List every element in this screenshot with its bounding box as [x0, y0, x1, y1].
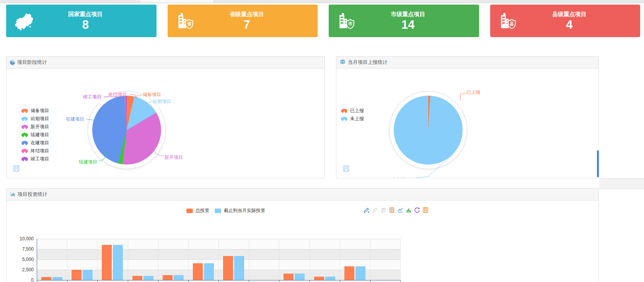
bar-chart-icon: [10, 191, 15, 198]
save-as-image-icon[interactable]: [343, 165, 349, 173]
bar-截止到当月实际投资[interactable]: [113, 245, 123, 280]
report-pie-chart[interactable]: [394, 96, 463, 165]
legend-label: 在建项目: [31, 140, 49, 146]
vertical-gridline: [400, 239, 401, 280]
horizontal-gridline: [37, 239, 400, 239]
chart-toolbox: [363, 207, 429, 214]
bar-截止到当月实际投资[interactable]: [83, 270, 93, 280]
bar-总投资[interactable]: [314, 277, 324, 280]
panel-title: 项目阶段统计: [17, 59, 47, 66]
save-image-icon[interactable]: [422, 207, 429, 214]
stage-pie-chart[interactable]: [92, 96, 161, 165]
legend-label: 储备项目: [31, 108, 49, 114]
stat-card[interactable]: 省 省级重点项目 7: [168, 5, 318, 37]
mark-icon[interactable]: [363, 207, 370, 214]
axis-tick: [67, 280, 67, 282]
svg-text:县: 县: [509, 21, 514, 26]
legend-item[interactable]: 竣工项目: [21, 155, 49, 163]
globe-icon: [340, 59, 346, 66]
cutoff-panel-header: [599, 178, 644, 189]
investment-bar-chart: 总投资截止到当月实际投资 10,0007,5005,0002,5000上街区二七…: [7, 200, 598, 282]
panel-header: 当月项目上报统计: [336, 57, 598, 68]
axis-tick: [128, 280, 128, 282]
axis-tick: [400, 280, 401, 282]
legend-swatch: [21, 141, 28, 145]
legend-item[interactable]: 续建项目: [21, 131, 49, 139]
legend-swatch: [341, 109, 347, 113]
bar-总投资[interactable]: [193, 263, 203, 280]
switch-line-icon[interactable]: [397, 207, 404, 214]
stat-card[interactable]: 国家重点项目 8: [6, 5, 157, 37]
legend-label: 新开项目: [31, 124, 49, 130]
panel-monthly-report: 当月项目上报统计 已上报未上报 已上报未上报: [336, 56, 599, 178]
report-pie-body: 已上报未上报 已上报未上报: [336, 68, 598, 178]
legend-item[interactable]: 储备项目: [21, 107, 49, 115]
stage-pie-legend: 储备项目前期项目新开项目续建项目在建项目终结项目竣工项目: [21, 107, 49, 163]
panel-header: 项目阶段统计: [7, 57, 324, 68]
legend-item[interactable]: 终结项目: [21, 147, 49, 155]
bar-总投资[interactable]: [72, 270, 82, 280]
province-shield-icon: 省: [168, 11, 203, 31]
y-axis-label: 7,500: [10, 246, 34, 252]
legend-label: 总投资: [196, 207, 209, 214]
stat-card-value: 7: [203, 18, 291, 31]
bar-截止到当月实际投资[interactable]: [204, 263, 214, 280]
axis-tick: [97, 280, 98, 282]
data-view-icon[interactable]: [388, 207, 395, 214]
svg-text:省: 省: [187, 21, 191, 26]
axis-tick: [310, 280, 310, 282]
legend-swatch: [186, 209, 193, 213]
legend-swatch: [21, 149, 28, 153]
bar-总投资[interactable]: [163, 275, 173, 280]
bar-截止到当月实际投资[interactable]: [52, 277, 62, 280]
bar-总投资[interactable]: [41, 277, 51, 280]
bar-截止到当月实际投资[interactable]: [234, 256, 244, 280]
save-as-image-icon[interactable]: [13, 165, 20, 173]
stat-card[interactable]: 市 市级重点项目 14: [329, 5, 479, 37]
bar-总投资[interactable]: [102, 245, 112, 280]
bar-截止到当月实际投资[interactable]: [355, 266, 365, 280]
horizontal-gridline: [37, 249, 400, 249]
bar-总投资[interactable]: [132, 276, 142, 280]
pie-chart-icon: [10, 60, 15, 65]
legend-item[interactable]: 新开项目: [21, 123, 49, 131]
legend-item[interactable]: 截止到当月实际投资: [215, 207, 265, 215]
panel-header: 项目投资统计: [7, 189, 598, 200]
stage-pie-labels: 终结项目储备项目竣工项目前期项目在建项目新开项目续建项目: [7, 68, 324, 178]
city-shield-icon: 市: [329, 11, 364, 31]
restore-icon[interactable]: [414, 207, 421, 214]
bar-截止到当月实际投资[interactable]: [295, 274, 305, 280]
bar-截止到当月实际投资[interactable]: [325, 277, 335, 280]
stat-cards-row: 国家重点项目 8 省 省级重点项目 7: [6, 5, 640, 37]
county-shield-icon: 县: [490, 11, 525, 31]
bar-总投资[interactable]: [344, 266, 354, 280]
bar-总投资[interactable]: [223, 256, 233, 280]
browser-tab-edge: [140, 0, 214, 3]
legend-item[interactable]: 在建项目: [21, 139, 49, 147]
legend-item[interactable]: 前期项目: [21, 115, 49, 123]
axis-tick: [188, 280, 189, 282]
dashboard: 国家重点项目 8 省 省级重点项目 7: [0, 0, 644, 282]
bar-截止到当月实际投资[interactable]: [143, 276, 153, 280]
mark-clear-icon[interactable]: [380, 207, 387, 214]
bar-总投资[interactable]: [284, 274, 293, 280]
legend-item[interactable]: 未上报: [341, 115, 364, 123]
pie-slice-label: 续建项目: [78, 159, 97, 165]
pie-slice-label: 已上报: [466, 90, 480, 95]
y-axis-label: 10,000: [10, 236, 34, 241]
stat-card[interactable]: 县 县级重点项目 4: [490, 5, 641, 37]
scrollbar-thumb[interactable]: [597, 150, 599, 177]
legend-label: 前期项目: [31, 116, 49, 122]
axis-tick: [37, 280, 37, 282]
y-axis-label: 0: [10, 277, 34, 282]
legend-label: 终结项目: [31, 148, 49, 154]
mark-undo-icon[interactable]: [372, 207, 378, 214]
legend-swatch: [21, 125, 28, 129]
switch-bar-icon[interactable]: [405, 207, 412, 214]
axis-tick: [249, 280, 249, 282]
bar-截止到当月实际投资[interactable]: [174, 275, 184, 280]
legend-swatch: [21, 157, 28, 161]
legend-item[interactable]: 总投资: [186, 207, 209, 215]
legend-item[interactable]: 已上报: [341, 107, 364, 115]
browser-tab-strip: [0, 0, 644, 3]
